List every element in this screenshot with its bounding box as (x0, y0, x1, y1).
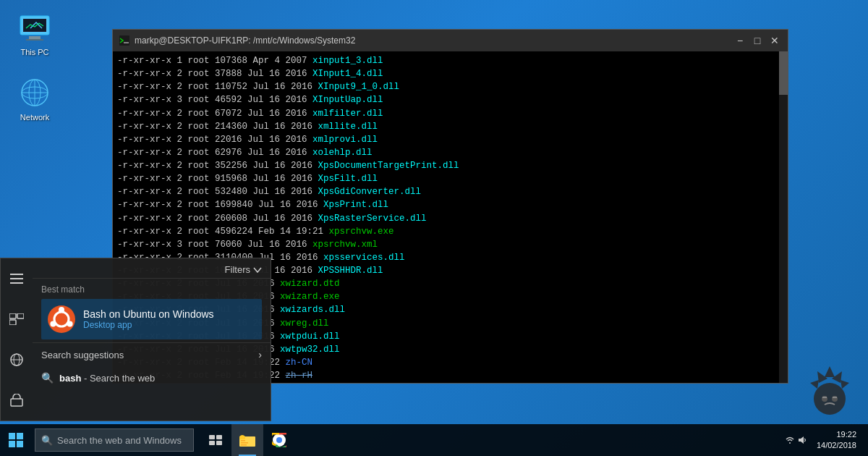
svg-rect-45 (216, 435, 222, 439)
start-left-rail (1, 258, 33, 421)
taskbar-right-area: 19:22 14/02/2018 (785, 429, 868, 452)
svg-point-30 (814, 383, 846, 415)
file-explorer-icon (239, 434, 255, 447)
terminal-icon (119, 35, 130, 46)
t-line-6: -r-xr-xr-x 2 root 214360 Jul 16 2016 xml… (117, 120, 783, 133)
best-match-item[interactable]: Bash on Ubuntu on Windows Desktop app (41, 299, 262, 339)
taskbar-search-icon: 🔍 (41, 435, 53, 446)
taskview-button-icon (209, 435, 222, 445)
svg-point-29 (50, 321, 56, 327)
ubuntu-app-icon (47, 305, 76, 334)
terminal-titlebar-left: markp@DESKTOP-UIFK1RP: /mnt/c/Windows/Sy… (119, 35, 355, 46)
desktop: This PC Network (0, 0, 868, 456)
terminal-scrollbar[interactable] (779, 51, 788, 383)
windows-logo-icon (9, 433, 23, 447)
clock-date: 14/02/2018 (817, 440, 856, 451)
desktop-icon-this-pc[interactable]: This PC (6, 7, 64, 59)
taskbar: 🔍 Search the web and Windows (0, 424, 868, 456)
desktop-icon-network[interactable]: Network (6, 72, 64, 124)
t-line-14: -r-xr-xr-x 2 root 4596224 Feb 14 19:21 x… (117, 225, 783, 238)
search-query-text: bash - Search the web (59, 373, 155, 384)
this-pc-label: This PC (20, 48, 48, 56)
clock-time: 19:22 (817, 429, 856, 440)
svg-rect-24 (11, 399, 22, 406)
minimize-button[interactable]: − (733, 33, 747, 48)
svg-rect-20 (9, 320, 16, 325)
svg-marker-35 (841, 380, 849, 389)
svg-rect-16 (10, 278, 23, 279)
best-match-type: Desktop app (83, 320, 214, 330)
svg-rect-51 (241, 442, 248, 444)
start-menu-panel: Filters Best match (0, 258, 271, 421)
chevron-right-icon: › (258, 349, 262, 360)
svg-rect-3 (29, 36, 41, 39)
svg-rect-17 (10, 282, 23, 284)
svg-rect-46 (209, 441, 215, 445)
cortana-icon (803, 363, 857, 417)
terminal-controls: − □ ✕ (733, 33, 782, 48)
best-match-info: Bash on Ubuntu on Windows Desktop app (83, 308, 214, 330)
svg-marker-31 (825, 366, 835, 377)
svg-rect-4 (26, 39, 43, 41)
terminal-title: markp@DESKTOP-UIFK1RP: /mnt/c/Windows/Sy… (135, 35, 355, 46)
chevron-down-icon (253, 267, 262, 273)
best-match-name: Bash on Ubuntu on Windows (83, 308, 214, 320)
t-line-11: -r-xr-xr-x 2 root 532480 Jul 16 2016 Xps… (117, 185, 783, 198)
taskview-button[interactable] (200, 424, 231, 456)
svg-rect-44 (209, 435, 215, 439)
start-menu-main: Filters Best match (33, 258, 271, 421)
close-button[interactable]: ✕ (767, 33, 782, 48)
svg-rect-52 (241, 444, 247, 446)
start-button[interactable] (0, 424, 32, 456)
taskbar-pinned-items (200, 424, 295, 456)
t-line-7: -r-xr-xr-x 2 root 22016 Jul 16 2016 xmlp… (117, 133, 783, 146)
volume-icon (798, 435, 808, 445)
filters-label: Filters (225, 264, 250, 275)
terminal-titlebar: markp@DESKTOP-UIFK1RP: /mnt/c/Windows/Sy… (113, 30, 788, 51)
svg-rect-41 (17, 433, 23, 439)
file-explorer-taskbar-item[interactable] (231, 424, 263, 456)
svg-rect-43 (17, 441, 23, 447)
search-suggestions-row[interactable]: Search suggestions › (33, 342, 271, 366)
svg-rect-50 (241, 440, 245, 442)
t-line-3: -r-xr-xr-x 2 root 110752 Jul 16 2016 XIn… (117, 80, 783, 93)
svg-rect-18 (9, 313, 16, 318)
svg-point-27 (59, 307, 64, 313)
store-icon[interactable] (4, 387, 30, 413)
filters-row: Filters (33, 258, 271, 279)
taskbar-clock[interactable]: 19:22 14/02/2018 (811, 429, 862, 452)
best-match-section: Best match Bash on Ubuntu on Wi (33, 279, 271, 342)
t-line-1: -r-xr-xr-x 1 root 107368 Apr 4 2007 xinp… (117, 54, 783, 67)
t-line-4: -r-xr-xr-x 3 root 46592 Jul 16 2016 XInp… (117, 93, 783, 106)
this-pc-icon (17, 10, 52, 45)
best-match-label: Best match (41, 284, 262, 295)
taskbar-search-box[interactable]: 🔍 Search the web and Windows (35, 428, 194, 452)
t-line-10: -r-xr-xr-x 2 root 915968 Jul 16 2016 Xps… (117, 172, 783, 185)
maximize-button[interactable]: □ (750, 33, 765, 48)
svg-rect-15 (10, 274, 23, 275)
t-line-5: -r-xr-xr-x 2 root 67072 Jul 16 2016 xmlf… (117, 107, 783, 120)
hamburger-menu-button[interactable] (4, 266, 30, 292)
svg-rect-49 (239, 436, 245, 439)
search-query-row: 🔍 bash - Search the web (33, 366, 271, 391)
t-line-9: -r-xr-xr-x 2 root 352256 Jul 16 2016 Xps… (117, 159, 783, 172)
globe-icon[interactable] (4, 347, 30, 373)
t-line-15: -r-xr-xr-x 3 root 76060 Jul 16 2016 xpsr… (117, 238, 783, 251)
filters-button[interactable]: Filters (225, 264, 262, 275)
network-icon (17, 75, 52, 110)
svg-rect-40 (9, 433, 15, 439)
search-web-icon: 🔍 (41, 372, 54, 384)
svg-marker-55 (799, 436, 804, 444)
svg-rect-42 (9, 441, 15, 447)
chrome-icon (272, 433, 286, 447)
svg-rect-47 (216, 441, 222, 445)
t-line-8: -r-xr-xr-x 2 root 62976 Jul 16 2016 xole… (117, 146, 783, 159)
chrome-taskbar-item[interactable] (263, 424, 295, 456)
taskview-icon[interactable] (4, 306, 30, 332)
network-label: Network (20, 113, 49, 122)
terminal-scrollbar-thumb[interactable] (779, 51, 788, 95)
t-line-12: -r-xr-xr-x 2 root 1699840 Jul 16 2016 Xp… (117, 198, 783, 211)
wifi-icon (785, 435, 795, 445)
taskbar-search-placeholder: Search the web and Windows (57, 435, 182, 446)
search-suggestions-label: Search suggestions (41, 350, 124, 360)
